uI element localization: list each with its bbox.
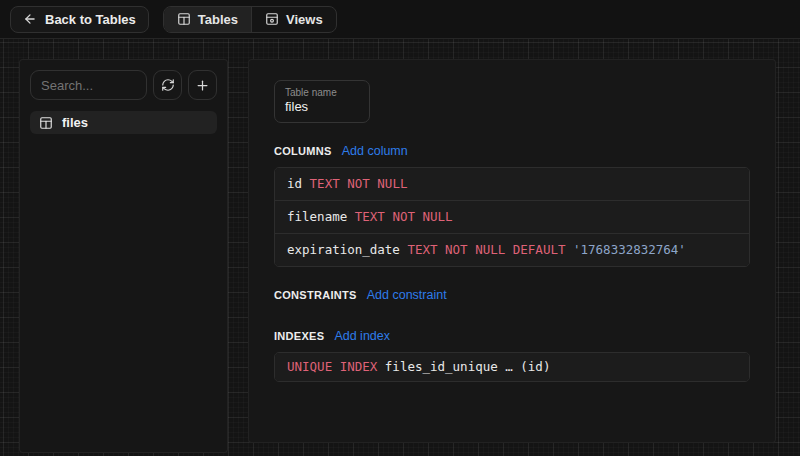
index-row[interactable]: UNIQUE INDEX files_id_unique … (id) [275, 353, 749, 381]
tab-tables-label: Tables [198, 12, 238, 27]
search-input[interactable] [30, 70, 147, 100]
refresh-button[interactable] [153, 70, 182, 100]
columns-section-header: COLUMNS Add column [274, 144, 750, 158]
arrow-left-icon [23, 12, 37, 26]
indexes-section-header: INDEXES Add index [274, 329, 750, 343]
column-row[interactable]: id TEXT NOT NULL [275, 168, 749, 200]
top-bar: Back to Tables Tables Views [0, 0, 800, 38]
add-table-button[interactable] [188, 70, 217, 100]
add-constraint-link[interactable]: Add constraint [367, 288, 447, 302]
column-row[interactable]: expiration_date TEXT NOT NULL DEFAULT '1… [275, 233, 749, 266]
sidebar-toolbar [30, 70, 217, 100]
constraints-section-title: CONSTRAINTS [274, 289, 357, 301]
view-icon [265, 12, 279, 26]
tab-views[interactable]: Views [252, 7, 336, 32]
column-name: expiration_date [287, 242, 400, 257]
back-to-tables-button[interactable]: Back to Tables [10, 6, 149, 33]
column-row[interactable]: filename TEXT NOT NULL [275, 200, 749, 233]
columns-list: id TEXT NOT NULL filename TEXT NOT NULL … [274, 167, 750, 267]
tables-sidebar: files [19, 59, 228, 453]
indexes-section-title: INDEXES [274, 330, 324, 342]
column-keywords: TEXT NOT NULL [310, 176, 408, 191]
index-definition: files_id_unique … (id) [385, 359, 551, 374]
table-name-value[interactable]: files [285, 99, 359, 115]
add-index-link[interactable]: Add index [334, 329, 390, 343]
sidebar-item-label: files [62, 115, 88, 130]
column-name: id [287, 176, 302, 191]
sidebar-item-files[interactable]: files [30, 111, 217, 134]
table-icon [177, 12, 191, 26]
table-icon [39, 116, 53, 130]
columns-section-title: COLUMNS [274, 145, 332, 157]
tables-views-segmented-control: Tables Views [163, 6, 337, 33]
table-name-label: Table name [285, 87, 359, 99]
table-editor-panel: Table name files COLUMNS Add column id T… [248, 59, 776, 443]
index-keywords: UNIQUE INDEX [287, 359, 377, 374]
back-button-label: Back to Tables [45, 12, 136, 27]
grid-canvas: files Table name files COLUMNS Add colum… [0, 38, 800, 456]
refresh-icon [161, 78, 175, 92]
indexes-list: UNIQUE INDEX files_id_unique … (id) [274, 352, 750, 382]
column-keywords: TEXT NOT NULL DEFAULT [407, 242, 565, 257]
column-default: '1768332832764' [573, 242, 686, 257]
plus-icon [195, 78, 210, 93]
table-name-field[interactable]: Table name files [274, 80, 370, 123]
column-keywords: TEXT NOT NULL [355, 209, 453, 224]
column-name: filename [287, 209, 347, 224]
tab-views-label: Views [286, 12, 323, 27]
constraints-section-header: CONSTRAINTS Add constraint [274, 288, 750, 302]
tab-tables[interactable]: Tables [164, 7, 252, 32]
add-column-link[interactable]: Add column [342, 144, 408, 158]
